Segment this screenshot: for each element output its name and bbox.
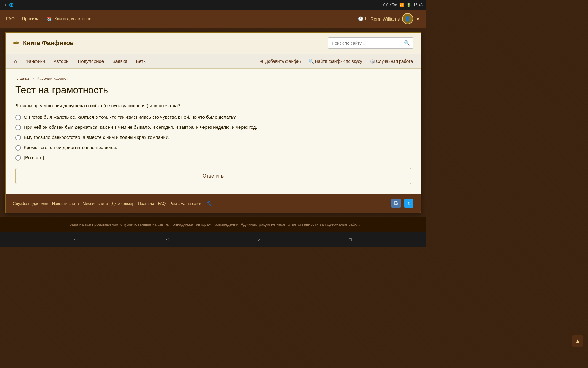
recent-icon: □ xyxy=(349,237,351,242)
random-icon: 🎲 xyxy=(370,59,375,64)
list-item: [Во всех.] xyxy=(15,155,411,161)
nav-bar-right: 🕐 1 Rem_Williams 👤 ▼ xyxy=(358,13,420,24)
android-back-btn[interactable]: ◁ xyxy=(163,234,172,244)
android-square-btn[interactable]: ▭ xyxy=(71,234,81,244)
logo-icon: ✒ xyxy=(13,38,20,48)
radio-option-2[interactable] xyxy=(15,125,21,130)
nav-fanfics[interactable]: Фанфики xyxy=(22,54,49,68)
footer-ads[interactable]: Реклама на сайте xyxy=(169,201,202,206)
add-icon: ⊕ xyxy=(260,59,264,64)
system-bar-left: ⊞ 🌐 xyxy=(4,3,14,7)
site-header: ✒ Книга Фанфиков 🔍 xyxy=(6,33,421,54)
nav-rules[interactable]: Правила xyxy=(22,16,40,21)
top-nav-bar: FAQ Правила 📚 Книги для авторов 🕐 1 Rem_… xyxy=(0,10,426,28)
footer-social: В t xyxy=(391,199,413,208)
nav-books[interactable]: 📚 Книги для авторов xyxy=(47,16,91,21)
android-recent-btn[interactable]: □ xyxy=(345,234,355,244)
circle-icon: ○ xyxy=(257,237,260,242)
twitter-label: t xyxy=(408,201,409,206)
dropdown-arrow: ▼ xyxy=(416,16,420,21)
square-icon: ▭ xyxy=(74,236,78,242)
clock: 16:48 xyxy=(413,3,423,7)
radio-option-1[interactable] xyxy=(15,115,21,120)
footer-news[interactable]: Новости сайта xyxy=(52,201,79,206)
radio-option-4[interactable] xyxy=(15,145,21,151)
question-text: В каком предложении допущена ошибка (не … xyxy=(15,103,411,108)
content-area: Главная › Рабочий кабинет Тест на грамот… xyxy=(6,69,421,194)
nav-home[interactable]: ⌂ xyxy=(10,54,21,68)
search-input[interactable] xyxy=(328,38,401,48)
twitter-icon[interactable]: t xyxy=(404,199,413,208)
signal-icon: 📶 xyxy=(399,3,404,7)
avatar-image: 👤 xyxy=(405,16,411,22)
android-home-btn[interactable]: ○ xyxy=(254,234,264,244)
find-icon: 🔍 xyxy=(309,59,314,64)
footer-faq[interactable]: FAQ xyxy=(158,201,166,206)
option-text-2: При ней он обязан был держаться, как ни … xyxy=(24,125,257,130)
user-section[interactable]: Rem_Williams 👤 ▼ xyxy=(370,13,420,24)
list-item: Ему грозило банкростство, а вместе с ним… xyxy=(15,135,411,140)
radio-option-3[interactable] xyxy=(15,135,21,140)
nav-random[interactable]: 🎲 Случайная работа xyxy=(367,54,416,69)
history-icon: 🕐 xyxy=(358,16,363,21)
paw-icon: 🐾 xyxy=(207,201,213,206)
vk-label: В xyxy=(394,201,398,206)
list-item: При ней он обязан был держаться, как ни … xyxy=(15,125,411,130)
breadcrumb: Главная › Рабочий кабинет xyxy=(15,76,411,81)
copyright-text: Права на все произведения, опубликованны… xyxy=(66,222,360,227)
android-logo-icon: ⊞ xyxy=(4,3,7,7)
search-button[interactable]: 🔍 xyxy=(401,38,413,48)
site-card: ✒ Книга Фанфиков 🔍 ⌂ Фанфики Авторы Попу… xyxy=(5,32,421,213)
radio-option-5[interactable] xyxy=(15,155,21,161)
answer-button[interactable]: Ответить xyxy=(15,168,411,184)
nav-add-fanfic[interactable]: ⊕ Добавить фанфик xyxy=(257,54,304,69)
username-label: Rem_Williams xyxy=(370,16,400,21)
logo-text: Книга Фанфиков xyxy=(23,40,74,47)
breadcrumb-separator: › xyxy=(33,76,34,81)
option-text-3: Ему грозило банкростство, а вместе с ним… xyxy=(24,135,170,140)
system-bar: ⊞ 🌐 0.0 КБ/с 📶 🔋 16:48 xyxy=(0,0,426,10)
option-text-5: [Во всех.] xyxy=(24,155,44,160)
vk-icon[interactable]: В xyxy=(391,199,401,208)
breadcrumb-home[interactable]: Главная xyxy=(15,76,30,81)
nav-betas[interactable]: Беты xyxy=(132,54,150,68)
nav-find-fanfic[interactable]: 🔍 Найти фанфик по вкусу xyxy=(306,54,365,69)
logo-area: ✒ Книга Фанфиков xyxy=(13,38,74,48)
footer-support[interactable]: Служба поддержки xyxy=(13,201,48,206)
app-icon: 🌐 xyxy=(9,3,14,7)
system-bar-right: 0.0 КБ/с 📶 🔋 16:48 xyxy=(383,3,423,7)
nav-popular[interactable]: Популярное xyxy=(74,54,108,68)
battery-icon: 🔋 xyxy=(406,3,411,7)
option-text-1: Он готов был жалеть ее, каяться в том, ч… xyxy=(24,114,236,120)
page-title: Тест на грамотность xyxy=(15,84,411,96)
back-icon: ◁ xyxy=(166,236,169,242)
main-wrapper: ✒ Книга Фанфиков 🔍 ⌂ Фанфики Авторы Попу… xyxy=(0,28,426,217)
list-item: Он готов был жалеть ее, каяться в том, ч… xyxy=(15,114,411,120)
footer-disclaimer[interactable]: Дисклеймер xyxy=(112,201,134,206)
network-speed: 0.0 КБ/с xyxy=(383,3,397,7)
nav-authors[interactable]: Авторы xyxy=(50,54,73,68)
site-footer: Служба поддержки Новости сайта Миссия са… xyxy=(6,194,421,213)
nav-requests[interactable]: Заявки xyxy=(109,54,131,68)
books-icon: 📚 xyxy=(47,16,52,21)
android-bar: ▭ ◁ ○ □ xyxy=(0,232,426,247)
home-icon: ⌂ xyxy=(14,59,17,64)
copyright-bar: Права на все произведения, опубликованны… xyxy=(0,217,426,232)
options-list: Он готов был жалеть ее, каяться в том, ч… xyxy=(15,114,411,161)
list-item: Кроме того, он ей действительно нравился… xyxy=(15,145,411,151)
nav-faq[interactable]: FAQ xyxy=(6,16,15,21)
breadcrumb-cabinet[interactable]: Рабочий кабинет xyxy=(37,76,68,81)
search-area: 🔍 xyxy=(328,37,413,49)
site-nav: ⌂ Фанфики Авторы Популярное Заявки Беты … xyxy=(6,54,421,69)
avatar[interactable]: 👤 xyxy=(402,13,413,24)
notification-area[interactable]: 🕐 1 xyxy=(358,16,367,21)
notification-count: 1 xyxy=(364,16,367,21)
option-text-4: Кроме того, он ей действительно нравился… xyxy=(24,145,117,150)
site-nav-right: ⊕ Добавить фанфик 🔍 Найти фанфик по вкус… xyxy=(257,54,416,69)
footer-mission[interactable]: Миссия сайта xyxy=(83,201,108,206)
footer-rules[interactable]: Правила xyxy=(138,201,154,206)
